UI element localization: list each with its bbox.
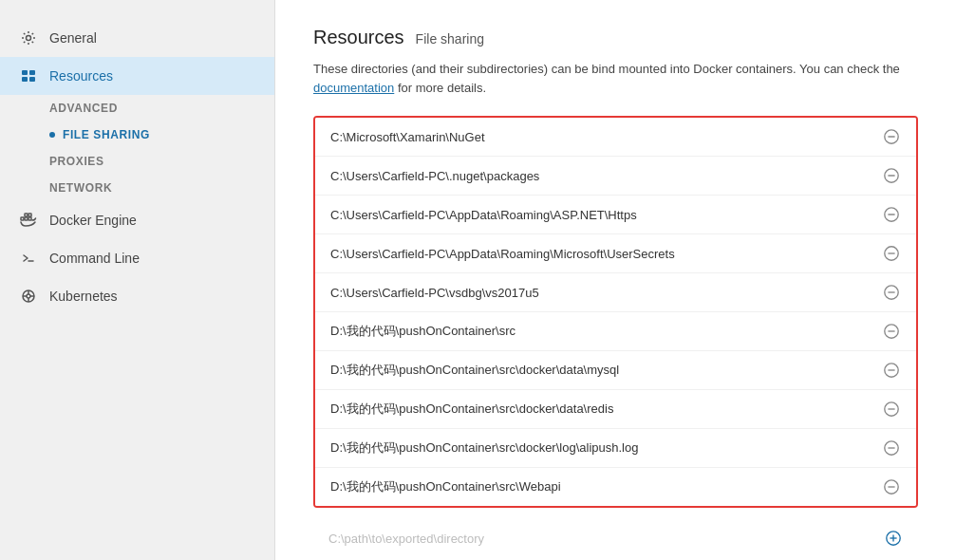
page-description: These directories (and their subdirector… [313,60,918,97]
file-path-8: D:\我的代码\pushOnContainer\src\docker\log\a… [330,439,882,457]
general-icon [19,28,38,47]
file-list-container: C:\Microsoft\Xamarin\NuGet C:\Users\Carf… [313,116,918,508]
file-list-item: C:\Users\Carfield-PC\AppData\Roaming\Mic… [315,234,916,273]
remove-file-button-4[interactable] [882,283,901,302]
file-path-1: C:\Users\Carfield-PC\.nuget\packages [330,169,882,183]
svg-rect-4 [29,77,35,82]
sidebar-item-resources-label: Resources [49,68,113,84]
page-subtitle: File sharing [416,31,484,47]
file-path-5: D:\我的代码\pushOnContainer\src [330,323,882,340]
sidebar-item-command-line-label: Command Line [49,251,140,266]
main-content: Resources File sharing These directories… [275,0,956,560]
add-row: C:\path\to\exported\directory [313,519,918,557]
add-directory-button[interactable] [884,529,903,548]
file-list-item: D:\我的代码\pushOnContainer\src\docker\data\… [315,351,916,390]
description-prefix: These directories (and their subdirector… [313,62,900,76]
documentation-link[interactable]: documentation [313,81,394,95]
sidebar-subitem-advanced-label: ADVANCED [49,102,118,115]
svg-rect-6 [25,217,28,220]
svg-rect-9 [28,214,31,216]
page-title: Resources [313,27,404,48]
sidebar-item-resources[interactable]: Resources [0,57,274,95]
remove-file-button-3[interactable] [882,244,901,263]
svg-rect-1 [22,70,28,75]
sidebar-subitem-network-label: NETWORK [49,181,112,195]
remove-file-button-9[interactable] [882,477,901,496]
sidebar-item-docker-engine[interactable]: Docker Engine [0,201,274,239]
remove-file-button-2[interactable] [882,205,901,224]
svg-rect-3 [22,77,28,82]
file-path-4: C:\Users\Carfield-PC\vsdbg\vs2017u5 [330,286,882,300]
file-path-0: C:\Microsoft\Xamarin\NuGet [330,130,882,144]
file-list-item: D:\我的代码\pushOnContainer\src [315,312,916,351]
sidebar-subitem-network[interactable]: NETWORK [0,175,274,201]
svg-rect-7 [28,217,31,220]
file-list-item: C:\Users\Carfield-PC\.nuget\packages [315,157,916,196]
sidebar-subitem-proxies[interactable]: PROXIES [0,148,274,175]
remove-file-button-8[interactable] [882,439,901,457]
sidebar-subitem-file-sharing-label: FILE SHARING [63,128,150,141]
file-list-item: D:\我的代码\pushOnContainer\src\Webapi [315,468,916,506]
remove-file-button-5[interactable] [882,322,901,341]
remove-file-button-0[interactable] [882,127,901,146]
sidebar: General Resources ADVANCED FILE SHARING … [0,0,275,560]
file-path-6: D:\我的代码\pushOnContainer\src\docker\data\… [330,362,882,379]
file-path-3: C:\Users\Carfield-PC\AppData\Roaming\Mic… [330,247,882,261]
sidebar-item-command-line[interactable]: Command Line [0,239,274,277]
svg-rect-8 [25,214,28,216]
svg-rect-2 [29,70,35,75]
page-header: Resources File sharing [313,27,918,48]
sidebar-item-kubernetes[interactable]: Kubernetes [0,277,274,315]
description-suffix: for more details. [394,81,486,95]
docker-engine-icon [19,211,38,230]
file-list-item: C:\Microsoft\Xamarin\NuGet [315,118,916,157]
svg-point-11 [27,294,30,298]
remove-file-button-6[interactable] [882,361,901,380]
resources-icon [19,66,38,85]
kubernetes-icon [19,287,38,306]
sidebar-subitem-proxies-label: PROXIES [49,155,104,168]
file-path-7: D:\我的代码\pushOnContainer\src\docker\data\… [330,401,882,418]
add-path-placeholder: C:\path\to\exported\directory [328,532,484,546]
sidebar-subitem-file-sharing[interactable]: FILE SHARING [0,121,274,148]
sidebar-item-kubernetes-label: Kubernetes [49,289,118,304]
file-list-item: D:\我的代码\pushOnContainer\src\docker\log\a… [315,429,916,468]
sidebar-item-general[interactable]: General [0,19,274,57]
file-list-item: C:\Users\Carfield-PC\AppData\Roaming\ASP… [315,196,916,234]
file-path-9: D:\我的代码\pushOnContainer\src\Webapi [330,478,882,495]
sidebar-item-docker-engine-label: Docker Engine [49,213,137,228]
command-line-icon [19,249,38,268]
active-dot [49,132,55,138]
sidebar-item-general-label: General [49,30,97,46]
file-path-2: C:\Users\Carfield-PC\AppData\Roaming\ASP… [330,208,882,222]
file-list-item: C:\Users\Carfield-PC\vsdbg\vs2017u5 [315,273,916,312]
sidebar-subitem-advanced[interactable]: ADVANCED [0,95,274,121]
remove-file-button-7[interactable] [882,400,901,419]
file-list-item: D:\我的代码\pushOnContainer\src\docker\data\… [315,390,916,429]
svg-rect-5 [21,217,24,220]
remove-file-button-1[interactable] [882,166,901,185]
svg-point-0 [27,36,31,41]
